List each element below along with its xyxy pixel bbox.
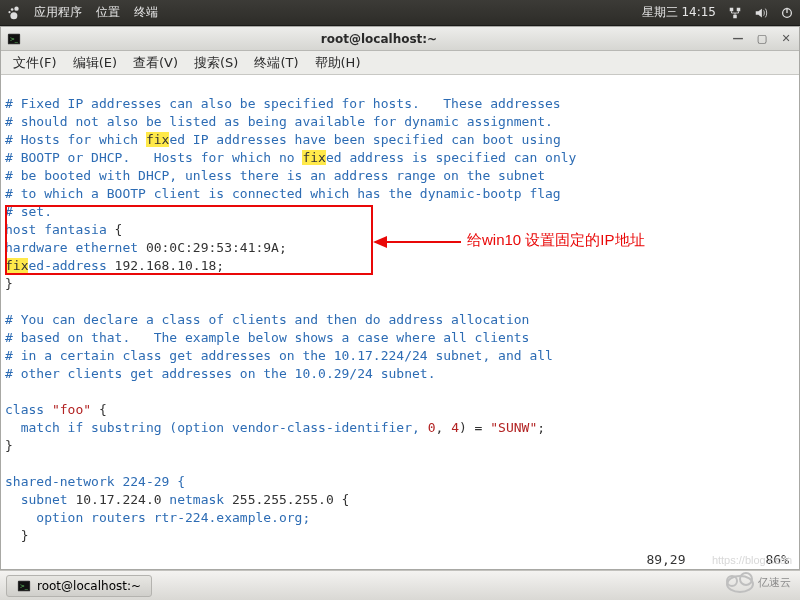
menu-search[interactable]: 搜索(S) (188, 52, 244, 74)
maximize-button[interactable]: ▢ (755, 32, 769, 46)
svg-point-2 (8, 11, 10, 13)
comment-line: ed address is specified can only (326, 150, 576, 165)
taskbar-item[interactable]: >_ root@localhost:~ (6, 575, 152, 597)
svg-rect-5 (737, 7, 741, 11)
comment-line: # based on that. The example below shows… (5, 330, 529, 345)
netmask-ip: 255.255.255.0 (232, 492, 334, 507)
power-icon[interactable] (780, 6, 794, 20)
brace: { (91, 402, 107, 417)
svg-point-0 (14, 6, 18, 10)
comment-line: # other clients get addresses on the 10.… (5, 366, 435, 381)
terminal-app-icon: >_ (7, 32, 21, 46)
terminal-icon: >_ (17, 579, 31, 593)
brace: { (334, 492, 350, 507)
titlebar[interactable]: >_ root@localhost:~ — ▢ ✕ (1, 27, 799, 51)
option-line: option routers rtr-224.example.org; (5, 510, 310, 525)
subnet-kw: subnet (5, 492, 75, 507)
comment-line: # in a certain class get addresses on th… (5, 348, 553, 363)
minimize-button[interactable]: — (731, 32, 745, 46)
comment-line: # to which a BOOTP client is connected w… (5, 186, 561, 201)
semicolon: ; (279, 240, 287, 255)
taskbar-item-label: root@localhost:~ (37, 579, 141, 593)
menu-view[interactable]: 查看(V) (127, 52, 184, 74)
menu-file[interactable]: 文件(F) (7, 52, 63, 74)
comment-line: ed IP addresses have been specified can … (169, 132, 560, 147)
svg-point-3 (10, 12, 17, 19)
comment-line: # should not also be listed as being ava… (5, 114, 553, 129)
gnome-top-panel: 应用程序 位置 终端 星期三 14:15 (0, 0, 800, 26)
terminal-window: >_ root@localhost:~ — ▢ ✕ 文件(F) 编辑(E) 查看… (0, 26, 800, 570)
svg-text:>_: >_ (20, 581, 29, 589)
close-brace: } (5, 438, 13, 453)
window-title: root@localhost:~ (27, 32, 731, 46)
comment-line: # Fixed IP addresses can also be specifi… (5, 96, 561, 111)
paren: ) = (459, 420, 490, 435)
highlight-fix: fix (5, 258, 28, 273)
vim-statusline: 89,29 86% (1, 549, 799, 569)
svg-marker-13 (373, 236, 387, 248)
terminal-content[interactable]: # Fixed IP addresses can also be specifi… (1, 75, 799, 549)
hardware-line: hardware ethernet (5, 240, 146, 255)
watermark-text: https://blog.csdn (712, 554, 792, 566)
match-line: match if substring (option vendor-class-… (5, 420, 428, 435)
volume-icon[interactable] (754, 6, 768, 20)
close-brace: } (5, 276, 13, 291)
mac-address: 00:0C:29:53:41:9A (146, 240, 279, 255)
close-brace: } (5, 528, 28, 543)
comment-line: # set. (5, 204, 52, 219)
fixed-addr-kw: ed-address (28, 258, 114, 273)
menubar: 文件(F) 编辑(E) 查看(V) 搜索(S) 终端(T) 帮助(H) (1, 51, 799, 75)
comment-line: # BOOTP or DHCP. Hosts for which no (5, 150, 302, 165)
svg-text:>_: >_ (10, 34, 19, 42)
close-button[interactable]: ✕ (779, 32, 793, 46)
num: 4 (451, 420, 459, 435)
gnome-foot-icon (6, 6, 20, 20)
menu-terminal-menu[interactable]: 终端(T) (248, 52, 304, 74)
semicolon: ; (537, 420, 545, 435)
comment-line: # Hosts for which (5, 132, 146, 147)
svg-rect-4 (730, 7, 734, 11)
yisu-logo: 亿速云 (722, 568, 794, 594)
subnet-ip: 10.17.224.0 (75, 492, 161, 507)
ip-address: 192.168.10.18 (115, 258, 217, 273)
taskbar: >_ root@localhost:~ (0, 570, 800, 600)
svg-point-1 (11, 8, 14, 11)
cursor-position: 89,29 (646, 552, 685, 567)
menu-help[interactable]: 帮助(H) (309, 52, 367, 74)
brace: { (115, 222, 123, 237)
menu-places[interactable]: 位置 (96, 4, 120, 21)
shared-net-line: shared-network 224-29 { (5, 474, 185, 489)
svg-rect-6 (733, 14, 737, 18)
clock[interactable]: 星期三 14:15 (642, 4, 716, 21)
comment-line: # be booted with DHCP, unless there is a… (5, 168, 545, 183)
menu-terminal[interactable]: 终端 (134, 4, 158, 21)
annotation-text: 给win10 设置固定的IP地址 (467, 231, 645, 249)
class-name: "foo" (52, 402, 91, 417)
logo-text: 亿速云 (757, 576, 791, 588)
code-line: host fantasia (5, 222, 115, 237)
comment-line: # You can declare a class of clients and… (5, 312, 529, 327)
network-icon[interactable] (728, 6, 742, 20)
highlight-fix: fix (146, 132, 169, 147)
menu-edit[interactable]: 编辑(E) (67, 52, 123, 74)
class-kw: class (5, 402, 52, 417)
semicolon: ; (216, 258, 224, 273)
string-sunw: "SUNW" (490, 420, 537, 435)
netmask-kw: netmask (162, 492, 232, 507)
highlight-fix: fix (302, 150, 325, 165)
annotation-arrow (373, 233, 463, 251)
menu-applications[interactable]: 应用程序 (34, 4, 82, 21)
comma: , (435, 420, 451, 435)
